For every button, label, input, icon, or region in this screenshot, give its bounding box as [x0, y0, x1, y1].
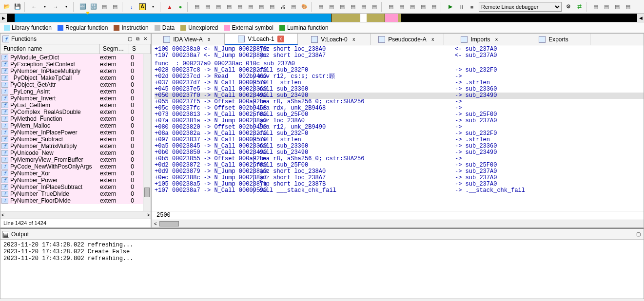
struct4-icon[interactable]	[348, 2, 358, 12]
column-segment[interactable]: Segment	[100, 44, 129, 54]
disasm-line[interactable]: +107 000238a7 <- N_Jump 0002388c| jnz sh…	[155, 53, 644, 59]
nav-left-icon[interactable]: ▶	[0, 14, 7, 22]
function-row[interactable]: fPyMethod_Functionextern0	[0, 115, 151, 122]
function-row[interactable]: f_PyObject_MakeTpCallextern0	[0, 75, 151, 81]
struct5-icon[interactable]	[359, 2, 369, 12]
open-icon[interactable]	[2, 2, 12, 12]
column-function-name[interactable]: Function name	[0, 44, 100, 54]
breakpoint-icon[interactable]	[165, 2, 175, 12]
function-row[interactable]: fPyModule_GetDictextern0	[0, 54, 151, 61]
back-icon[interactable]	[29, 2, 39, 12]
xrefs-icon[interactable]	[192, 2, 202, 12]
function-row[interactable]: f_PyLong_AsIntextern0	[0, 88, 151, 95]
panel-restore-icon[interactable]: ⧉	[134, 36, 141, 42]
type2-icon[interactable]	[397, 2, 407, 12]
function-row[interactable]: fPyNumber_InPlaceMultiplyextern0	[0, 68, 151, 75]
disasm-line[interactable]: +107 000238a7 -> N_Call 00009590| call _…	[155, 188, 644, 194]
tab[interactable]: Pseudocode-Ax	[371, 34, 444, 45]
navigation-strip[interactable]	[7, 14, 637, 22]
tab-close-icon[interactable]: x	[351, 36, 357, 43]
functions-vscrollbar[interactable]	[143, 54, 151, 211]
nav-segment[interactable]	[398, 14, 402, 22]
graph-icon[interactable]	[203, 2, 213, 12]
tab-close-icon[interactable]: x	[429, 36, 436, 43]
palette-icon[interactable]	[299, 2, 309, 12]
text-highlight-dropdown-icon[interactable]: ▾	[148, 2, 158, 12]
print-icon[interactable]: 🖨	[278, 2, 288, 12]
nav-right-icon[interactable]: ◀	[637, 14, 644, 22]
segments-icon[interactable]	[99, 2, 109, 12]
function-row[interactable]: fPyNumber_InPlaceSubtractextern0	[0, 184, 151, 190]
tree1-icon[interactable]	[214, 2, 223, 12]
pause-icon[interactable]	[456, 2, 466, 12]
stop-icon[interactable]	[467, 2, 477, 12]
back-dropdown-icon[interactable]: ▾	[40, 2, 50, 12]
nav-segment[interactable]	[367, 14, 384, 22]
nav-segment[interactable]	[385, 14, 398, 22]
go-icon[interactable]	[176, 2, 185, 12]
debugger-select[interactable]: Remote Linux debugger	[479, 2, 562, 12]
function-row[interactable]: fPyNumber_MatrixMultiplyextern0	[0, 143, 151, 150]
function-row[interactable]: fPyNumber_Subtractextern0	[0, 136, 151, 143]
function-row[interactable]: fPyUnicode_Newextern0	[0, 150, 151, 156]
window1-icon[interactable]	[591, 2, 601, 12]
struct2-icon[interactable]	[327, 2, 336, 12]
function-row[interactable]: fPyCode_NewWithPosOnlyArgsextern0	[0, 163, 151, 170]
debugger-settings-icon[interactable]	[564, 2, 573, 12]
function-row[interactable]: fPyNumber_FloorDivideextern0	[0, 197, 151, 204]
functions-list[interactable]: fPyModule_GetDictextern0fPyException_Set…	[0, 54, 151, 211]
function-row[interactable]: fPyNumber_Powerextern0	[0, 177, 151, 184]
tree2-icon[interactable]	[224, 2, 234, 12]
function-row[interactable]: fPyNumber_Invertextern0	[0, 95, 151, 102]
struct1-icon[interactable]	[316, 2, 326, 12]
text-highlight-icon[interactable]: A	[137, 2, 147, 12]
type5-icon[interactable]	[429, 2, 439, 12]
tab[interactable]: Importsx	[444, 34, 517, 45]
tab-close-icon[interactable]: x	[206, 36, 213, 43]
output-minimize-icon[interactable]: ▢	[635, 231, 642, 238]
nav-segment[interactable]	[332, 14, 360, 22]
output-body[interactable]: 2023-11-20 17:43:28.022 refreshing... 20…	[0, 240, 644, 299]
tree3-icon[interactable]	[235, 2, 245, 12]
binmode-icon[interactable]: 🔤	[78, 2, 88, 12]
function-row[interactable]: fPyComplex_RealAsDoubleextern0	[0, 109, 151, 115]
functions-hscrollbar[interactable]: <>	[0, 211, 151, 219]
disassembly-hscrollbar[interactable]: <	[152, 220, 644, 227]
textmode-icon[interactable]: 🔠	[89, 2, 98, 12]
function-row[interactable]: fPyNumber_Xorextern0	[0, 170, 151, 177]
names-icon[interactable]	[110, 2, 120, 12]
type3-icon[interactable]	[408, 2, 417, 12]
function-row[interactable]: fPyNumber_TrueDivideextern0	[0, 190, 151, 197]
tree5-icon[interactable]	[256, 2, 266, 12]
struct3-icon[interactable]	[337, 2, 347, 12]
panel-minimize-icon[interactable]: ▢	[126, 36, 133, 42]
window2-icon[interactable]	[602, 2, 611, 12]
save-icon[interactable]	[13, 2, 22, 12]
panel-close-icon[interactable]: ✕	[142, 36, 149, 42]
type1-icon[interactable]	[386, 2, 396, 12]
type4-icon[interactable]	[418, 2, 428, 12]
tab[interactable]: V:Loach-1x	[225, 34, 298, 45]
tree6-icon[interactable]	[267, 2, 277, 12]
tab[interactable]: IDA View-Ax	[152, 34, 225, 45]
struct6-icon[interactable]	[370, 2, 379, 12]
tab[interactable]: Exports	[517, 34, 590, 45]
forward-dropdown-icon[interactable]: ▾	[61, 2, 71, 12]
function-row[interactable]: fPyObject_GetAttrextern0	[0, 81, 151, 88]
hscroll-thumb[interactable]	[159, 221, 179, 226]
function-row[interactable]: fPyNumber_InPlacePowerextern0	[0, 129, 151, 136]
jump-down-icon[interactable]	[127, 2, 137, 12]
run-icon[interactable]	[446, 2, 455, 12]
tree4-icon[interactable]	[246, 2, 255, 12]
nav-segment[interactable]	[15, 14, 331, 22]
forward-icon[interactable]	[51, 2, 60, 12]
column-s[interactable]: S	[129, 44, 151, 54]
hscroll-left-icon[interactable]: <	[152, 221, 159, 226]
function-row[interactable]: fPyException_SetContextextern0	[0, 61, 151, 68]
tab-close-icon[interactable]: x	[493, 36, 500, 43]
script-icon[interactable]	[289, 2, 298, 12]
window4-icon[interactable]	[623, 2, 633, 12]
function-row[interactable]: fPyList_GetItemextern0	[0, 102, 151, 109]
tab-close-icon[interactable]: x	[277, 36, 284, 42]
disassembly-content[interactable]: +100 000238a0 <- N_Jump 00023879| jnz sh…	[152, 45, 644, 211]
